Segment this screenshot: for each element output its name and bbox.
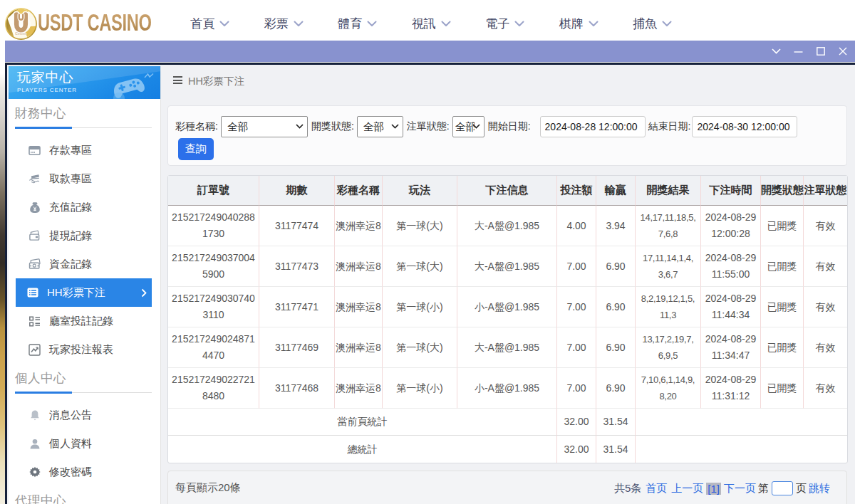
sidebar-item-3[interactable]: 提現記錄 [9, 221, 160, 250]
chevron-down-icon [514, 21, 524, 27]
cell-order_no: 215217249030740 3110 [168, 287, 259, 327]
chevron-down-icon [367, 21, 377, 27]
start-date-label: 開始日期: [488, 120, 531, 133]
cell-win: 6.90 [596, 287, 636, 327]
cell-play: 第一球(大) [383, 327, 457, 368]
withdraw-record-wallet-icon [28, 229, 41, 242]
cell-draw_status: 已開獎 [761, 287, 804, 327]
lottery-name-select[interactable]: 全部 [221, 116, 308, 137]
coin-logo-icon: Casino [5, 8, 37, 40]
cell-order_no: 215217249040288 1730 [168, 206, 259, 246]
first-page-link[interactable]: 首页 [646, 482, 667, 495]
nav-item-label: 棋牌 [559, 16, 584, 32]
cell-result: 17,11,14,1,4, 3,6,7 [636, 246, 701, 287]
section-underline [15, 127, 152, 129]
window-maximize-button[interactable] [809, 41, 831, 62]
sidebar-item-label: 修改密碼 [49, 466, 92, 479]
sidebar-item-7[interactable]: 玩家投注報表 [9, 335, 160, 364]
table-header-row: 訂單號期數彩種名稱玩法下注信息投注額輸贏開獎結果下注時間開獎狀態注單狀態 [168, 176, 847, 206]
filter-panel: 彩種名稱: 全部 開獎狀態: 全部 注單狀態: 全部 開始 [167, 105, 847, 166]
window-close-button[interactable] [831, 41, 854, 62]
nav-item-label: 捕魚 [633, 16, 657, 32]
prev-page-link[interactable]: 上一页 [671, 482, 703, 495]
cell-period: 31177473 [259, 246, 335, 287]
jump-button[interactable]: 跳转 [809, 482, 830, 495]
site-logo[interactable]: Casino USDT CASINO [5, 8, 196, 41]
sidebar-header: 玩家中心 PLAYERS CENTER [9, 66, 160, 99]
nav-item-label: 體育 [338, 16, 362, 32]
cell-result: 8,2,19,12,1,5, 11,3 [636, 287, 701, 327]
deposit-card-icon [28, 144, 41, 157]
nav-item-3[interactable]: 視訊 [395, 6, 469, 41]
cell-period: 31177469 [259, 327, 335, 368]
cell-amount: 7.00 [557, 327, 596, 368]
cell-lottery: 澳洲幸运8 [335, 327, 383, 368]
end-date-label: 結束日期: [648, 120, 691, 133]
cell-order_status: 有效 [804, 368, 847, 409]
draw-status-select[interactable]: 全部 [357, 116, 403, 137]
window-minimize-button[interactable] [787, 41, 809, 62]
search-button[interactable]: 查詢 [178, 138, 214, 160]
summary-label: 當前頁統計 [168, 409, 557, 436]
summary-win: 31.54 [596, 436, 636, 463]
hamburger-icon[interactable] [173, 76, 182, 84]
summary-row: 總統計32.0031.54 [168, 436, 847, 463]
bet-row: 215217249040288 173031177474澳洲幸运8第一球(大)大… [168, 206, 847, 246]
nav-item-label: 視訊 [412, 16, 436, 32]
start-date-input[interactable] [540, 116, 646, 137]
nav-item-6[interactable]: 捕魚 [616, 6, 690, 41]
cell-order_status: 有效 [804, 206, 847, 246]
summary-win: 31.54 [596, 409, 636, 436]
sidebar-item-0[interactable]: 存款專區 [9, 136, 160, 164]
bet-table: 訂單號期數彩種名稱玩法下注信息投注額輸贏開獎結果下注時間開獎狀態注單狀態 215… [167, 175, 848, 463]
next-page-link[interactable]: 下一页 [724, 482, 756, 495]
sidebar-item-personal-0[interactable]: 消息公告 [9, 401, 160, 429]
cell-lottery: 澳洲幸运8 [335, 287, 383, 327]
cell-info: 小-A盤@1.985 [457, 368, 557, 409]
sidebar-item-lottery-bet[interactable]: HH彩票下注 [16, 278, 152, 307]
sidebar-item-label: 取款專區 [49, 172, 92, 186]
gear-icon [28, 466, 41, 478]
sidebar-item-personal-2[interactable]: 修改密碼 [9, 458, 160, 486]
cell-order_no: 215217249022721 8480 [168, 368, 259, 409]
chevron-down-icon [662, 21, 672, 27]
nav-item-1[interactable]: 彩票 [247, 6, 321, 41]
nav-item-0[interactable]: 首頁 [173, 6, 247, 41]
end-date-input[interactable] [692, 116, 797, 137]
section-title-agent: 代理中心 [15, 493, 160, 504]
cell-amount: 7.00 [557, 368, 596, 409]
nav-item-4[interactable]: 電子 [468, 6, 542, 41]
page-jump-input[interactable] [772, 481, 793, 495]
cell-draw_status: 已開獎 [761, 206, 804, 246]
sidebar-item-label: 充值記錄 [49, 201, 92, 214]
sidebar-item-4[interactable]: 資金記錄 [9, 250, 160, 278]
cell-order_status: 有效 [804, 287, 847, 327]
total-count-text: 共5条 [614, 482, 641, 495]
current-page-indicator: [1] [706, 483, 721, 495]
summary-empty [636, 436, 847, 463]
sidebar-item-6[interactable]: 廳室投註記錄 [9, 307, 160, 335]
bell-icon [28, 409, 41, 421]
bet-row: 215217249030740 311031177471澳洲幸运8第一球(小)小… [168, 287, 847, 327]
cell-lottery: 澳洲幸运8 [335, 206, 383, 246]
site-header: Casino USDT CASINO 首頁彩票體育視訊電子棋牌捕魚 [0, 0, 855, 41]
cell-amount: 4.00 [557, 206, 596, 246]
col-header-3: 玩法 [383, 176, 457, 206]
sidebar-item-1[interactable]: 取款專區 [9, 164, 160, 193]
user-icon [28, 437, 41, 450]
bet-row: 215217249037004 590031177473澳洲幸运8第一球(大)大… [168, 246, 847, 287]
cell-info: 大-A盤@1.985 [457, 327, 557, 368]
nav-item-5[interactable]: 棋牌 [542, 6, 616, 41]
sidebar-item-personal-1[interactable]: 個人資料 [9, 429, 160, 458]
col-header-1: 期數 [259, 176, 335, 206]
cell-time: 2024-08-29 12:00:28 [701, 206, 761, 246]
gamepad-icon [110, 70, 157, 99]
cell-win: 3.94 [596, 206, 636, 246]
sidebar-item-2[interactable]: 充值記錄 [9, 193, 160, 221]
sidebar-item-label: 存款專區 [49, 144, 92, 157]
cell-order_status: 有效 [804, 246, 847, 287]
order-status-select[interactable]: 全部 [452, 116, 484, 137]
summary-empty [636, 409, 847, 436]
window-dropdown-button[interactable] [765, 41, 787, 62]
nav-item-2[interactable]: 體育 [321, 6, 395, 41]
